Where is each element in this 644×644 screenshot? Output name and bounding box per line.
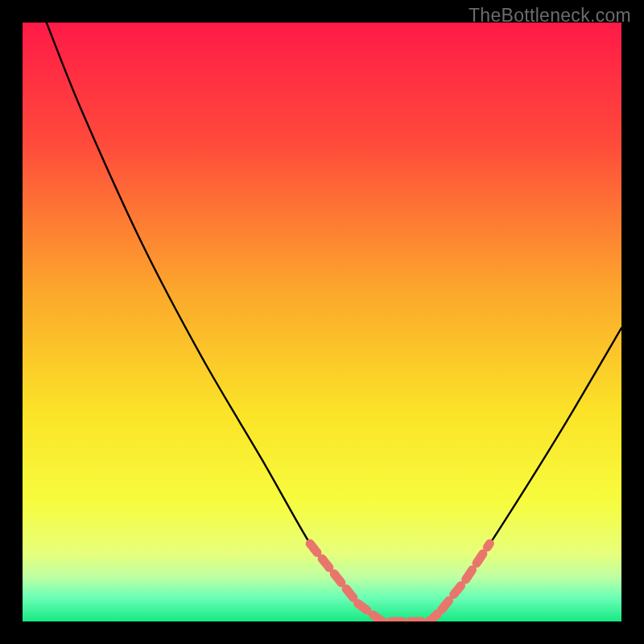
chart-container: TheBottleneck.com [0,0,644,644]
bottleneck-curve [23,23,621,621]
watermark-text: TheBottleneck.com [469,5,631,27]
plot-area [23,23,621,621]
